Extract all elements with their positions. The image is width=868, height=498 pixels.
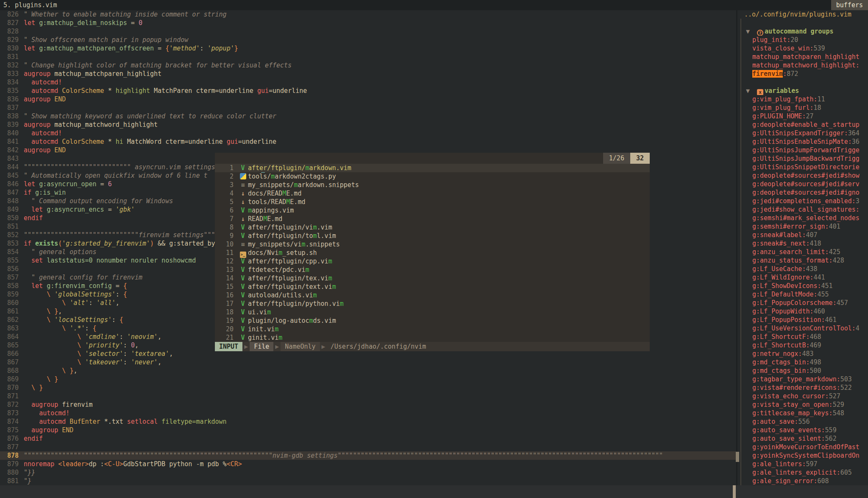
vista-tag-item[interactable]: g:sneak#label:407 bbox=[737, 231, 868, 239]
editor-line[interactable]: 838" Show matching keyword as underlined… bbox=[0, 112, 736, 120]
vista-tag-item[interactable]: g:netrw_nogx:483 bbox=[737, 350, 868, 358]
editor-line[interactable]: 832" Change highlight color of matching … bbox=[0, 61, 736, 70]
vista-tag-item[interactable]: g:UltiSnipsEnableSnipMate:36 bbox=[737, 137, 868, 146]
vista-tag-item[interactable]: g:ale_linters:597 bbox=[737, 460, 868, 468]
vista-tag-item[interactable]: g:jedi#completions_enabled:3 bbox=[737, 197, 868, 205]
vista-tag-item[interactable]: g:Lf_WildIgnore:441 bbox=[737, 273, 868, 282]
popup-result-item[interactable]: 4↓docs/README.md bbox=[215, 189, 650, 198]
vista-tag-item[interactable]: g:PLUGIN_HOME:27 bbox=[737, 112, 868, 120]
vista-tag-item[interactable]: g:sneak#s_next:418 bbox=[737, 239, 868, 248]
editor-line[interactable]: 871 bbox=[0, 392, 736, 400]
vista-tag-item[interactable]: g:yoinkSyncSystemClipboardOn bbox=[737, 451, 868, 460]
vista-tag-item[interactable]: plug_init:20 bbox=[737, 36, 868, 44]
vista-tag-item[interactable]: g:Lf_UseCache:438 bbox=[737, 265, 868, 273]
editor-line[interactable]: 874 autocmd BufEnter *.txt setlocal file… bbox=[0, 417, 736, 426]
vista-tag-item[interactable]: firenvim:872 bbox=[737, 70, 868, 78]
vista-tag-item[interactable]: g:anzu_status_format:428 bbox=[737, 256, 868, 265]
editor-line[interactable]: 829" Show offscreen match pair in popup … bbox=[0, 36, 736, 44]
vista-tag-item[interactable]: g:deoplete#enable_at_startup bbox=[737, 120, 868, 129]
editor-line[interactable]: 880"}} bbox=[0, 468, 736, 477]
vista-tag-item[interactable]: g:tagbar_type_markdown:503 bbox=[737, 375, 868, 383]
editor-line[interactable]: 826" Whether to enable matching inside c… bbox=[0, 10, 736, 19]
vista-tag-item[interactable]: g:md_ctags_bin:498 bbox=[737, 358, 868, 367]
editor-line[interactable]: 835 autocmd ColorScheme * highlight Matc… bbox=[0, 87, 736, 95]
vista-tag-item[interactable]: g:Lf_UseVersionControlTool:4 bbox=[737, 324, 868, 333]
vista-tag-item[interactable]: g:deoplete#sources#jedi#igno bbox=[737, 188, 868, 197]
popup-result-item[interactable]: 19Vplugin/log-autocmds.vim bbox=[215, 316, 650, 325]
editor-line[interactable]: 881"} bbox=[0, 477, 736, 485]
editor-line[interactable]: 833augroup matchup_matchparen_highlight bbox=[0, 70, 736, 78]
editor-line[interactable]: 840 autocmd! bbox=[0, 129, 736, 137]
popup-result-item[interactable]: 15Vafter/ftplugin/text.vim bbox=[215, 283, 650, 291]
vista-tag-item[interactable]: g:Lf_PopupWidth:460 bbox=[737, 307, 868, 316]
vista-tag-item[interactable]: g:vim_plug_fpath:11 bbox=[737, 95, 868, 104]
collapse-arrow-icon[interactable]: ▼ bbox=[746, 28, 754, 35]
popup-result-item[interactable]: 2tools/markdown2ctags.py bbox=[215, 172, 650, 181]
vista-tag-item[interactable]: g:UltiSnipsJumpForwardTrigge bbox=[737, 146, 868, 154]
sidebar-scrollbar-thumb[interactable] bbox=[736, 452, 739, 462]
vista-tag-item[interactable]: g:Lf_DefaultMode:455 bbox=[737, 290, 868, 299]
popup-result-item[interactable]: 21Vginit.vim bbox=[215, 333, 650, 342]
editor-line[interactable]: 878"""""""""""""""""""""""""""""""""""""… bbox=[0, 451, 736, 460]
vista-tag-item[interactable]: g:semshi#mark_selected_nodes bbox=[737, 214, 868, 222]
popup-result-item[interactable]: 9Vafter/ftplugin/toml.vim bbox=[215, 232, 650, 240]
popup-result-list[interactable]: 1Vafter/ftplugin/markdown.vim2tools/mark… bbox=[215, 164, 650, 342]
vista-tag-item[interactable]: g:vista#renderer#icons:522 bbox=[737, 383, 868, 392]
vista-tag-item[interactable]: g:auto_save:556 bbox=[737, 417, 868, 426]
editor-line[interactable]: 841 autocmd ColorScheme * hi MatchWord c… bbox=[0, 137, 736, 146]
vista-tag-item[interactable]: g:deoplete#sources#jedi#show bbox=[737, 171, 868, 180]
popup-result-item[interactable]: 11>_docs/Nvim_setup.sh bbox=[215, 249, 650, 257]
popup-prompt-bar[interactable]: >>> m 1/26 32 bbox=[215, 153, 650, 164]
vista-tag-item[interactable]: g:Lf_ShortcutB:469 bbox=[737, 341, 868, 350]
vista-tag-item[interactable]: g:md_ctags_bin:500 bbox=[737, 367, 868, 375]
popup-result-item[interactable]: 7↓README.md bbox=[215, 215, 650, 223]
vista-tag-item[interactable]: g:UltiSnipsSnippetDirectorie bbox=[737, 163, 868, 171]
vista-tag-item[interactable]: g:vista_stay_on_open:529 bbox=[737, 400, 868, 409]
popup-result-item[interactable]: 10≡my_snippets/vim.snippets bbox=[215, 240, 650, 249]
tab-active-buffer[interactable]: 5. plugins.vim bbox=[3, 0, 57, 10]
editor-line[interactable]: 834 autocmd! bbox=[0, 78, 736, 87]
vista-tag-item[interactable]: g:titlecase_map_keys:548 bbox=[737, 409, 868, 417]
editor-line[interactable]: 837 bbox=[0, 104, 736, 112]
editor-line[interactable]: 872 augroup firenvim bbox=[0, 400, 736, 409]
popup-result-item[interactable]: 3≡my_snippets/markdown.snippets bbox=[215, 181, 650, 189]
vista-sidebar[interactable]: ..o/.config/nvim/plugins.vim▼ ?autocomma… bbox=[737, 10, 868, 485]
nameonly-segment[interactable]: NameOnly bbox=[281, 342, 320, 351]
vista-tag-item[interactable]: g:anzu_search_limit:425 bbox=[737, 248, 868, 256]
vista-tag-item[interactable]: g:Lf_PopupPosition:461 bbox=[737, 316, 868, 324]
vista-tag-item[interactable]: g:jedi#show_call_signatures: bbox=[737, 205, 868, 214]
popup-result-item[interactable]: 14Vafter/ftplugin/tex.vim bbox=[215, 274, 650, 283]
popup-result-item[interactable]: 8Vafter/ftplugin/vim.vim bbox=[215, 223, 650, 232]
vista-tag-item[interactable]: g:ale_sign_error:608 bbox=[737, 477, 868, 485]
vista-tag-item[interactable]: matchup_matchword_highlight: bbox=[737, 61, 868, 70]
editor-line[interactable]: 830let g:matchup_matchparen_offscreen = … bbox=[0, 44, 736, 53]
popup-result-item[interactable]: 13Vftdetect/pdc.vim bbox=[215, 266, 650, 274]
vista-tag-item[interactable]: g:Lf_ShortcutF:468 bbox=[737, 333, 868, 341]
editor-line[interactable]: 879nnoremap <leader>dp :<C-U>GdbStartPDB… bbox=[0, 460, 736, 468]
editor-line[interactable]: 831 bbox=[0, 53, 736, 61]
editor-line[interactable]: 827let g:matchup_delim_noskips = 0 bbox=[0, 19, 736, 27]
vista-tag-item[interactable]: g:semshi#error_sign:401 bbox=[737, 222, 868, 231]
leaderf-popup[interactable]: >>> m 1/26 32 1Vafter/ftplugin/markdown.… bbox=[215, 153, 650, 351]
editor-line[interactable]: 869 \ } bbox=[0, 375, 736, 383]
vista-tag-item[interactable]: g:UltiSnipsJumpBackwardTrigg bbox=[737, 154, 868, 163]
vista-tag-item[interactable]: vista_close_win:539 bbox=[737, 44, 868, 53]
vista-tag-item[interactable]: g:auto_save_events:559 bbox=[737, 426, 868, 434]
editor-line[interactable]: 867 \ 'takeover': 'never', bbox=[0, 358, 736, 367]
vista-section-header[interactable]: ▼ ?autocommand groups bbox=[737, 27, 868, 36]
popup-result-item[interactable]: 1Vafter/ftplugin/markdown.vim bbox=[215, 164, 650, 172]
tab-buffers-label[interactable]: buffers bbox=[831, 0, 868, 10]
editor-line[interactable]: 875 augroup END bbox=[0, 426, 736, 434]
popup-result-item[interactable]: 16Vautoload/utils.vim bbox=[215, 291, 650, 299]
popup-result-item[interactable]: 6Vmappings.vim bbox=[215, 206, 650, 215]
popup-result-item[interactable]: 17Vafter/ftplugin/python.vim bbox=[215, 299, 650, 308]
vista-tag-item[interactable]: g:yoinkMoveCursorToEndOfPast bbox=[737, 443, 868, 451]
editor-line[interactable]: 828 bbox=[0, 27, 736, 36]
editor-line[interactable]: 868 \ }, bbox=[0, 367, 736, 375]
editor-line[interactable]: 876endif bbox=[0, 434, 736, 443]
vista-tag-item[interactable]: g:ale_linters_explicit:605 bbox=[737, 468, 868, 477]
popup-result-item[interactable]: 5↓tools/README.md bbox=[215, 198, 650, 206]
vista-tag-item[interactable]: g:UltiSnipsExpandTrigger:364 bbox=[737, 129, 868, 137]
editor-line[interactable]: 877 bbox=[0, 443, 736, 451]
popup-result-item[interactable]: 20Vinit.vim bbox=[215, 325, 650, 333]
